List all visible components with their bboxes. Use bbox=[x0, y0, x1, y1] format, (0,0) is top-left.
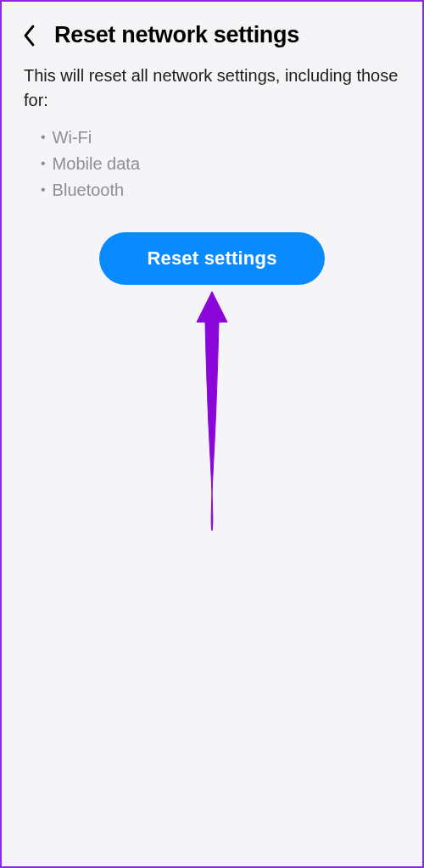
list-item: • Bluetooth bbox=[41, 177, 400, 203]
page-header: Reset network settings bbox=[2, 2, 422, 64]
reset-settings-button[interactable]: Reset settings bbox=[99, 232, 324, 285]
bullet-dot-icon: • bbox=[41, 180, 46, 201]
page-title: Reset network settings bbox=[54, 22, 299, 48]
reset-description: This will reset all network settings, in… bbox=[2, 64, 422, 113]
back-icon[interactable] bbox=[19, 25, 41, 47]
list-item: • Wi-Fi bbox=[41, 125, 400, 151]
button-container: Reset settings bbox=[2, 203, 422, 285]
list-item: • Mobile data bbox=[41, 151, 400, 177]
bullet-dot-icon: • bbox=[41, 127, 46, 148]
reset-items-list: • Wi-Fi • Mobile data • Bluetooth bbox=[2, 113, 422, 203]
annotation-arrow-icon bbox=[187, 288, 237, 537]
list-item-label: Wi-Fi bbox=[53, 125, 92, 151]
list-item-label: Bluetooth bbox=[53, 177, 125, 203]
bullet-dot-icon: • bbox=[41, 153, 46, 175]
list-item-label: Mobile data bbox=[53, 151, 140, 177]
